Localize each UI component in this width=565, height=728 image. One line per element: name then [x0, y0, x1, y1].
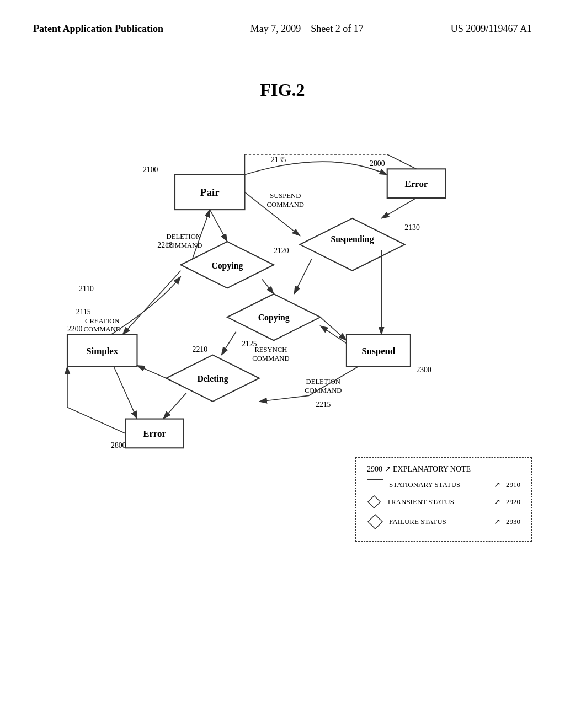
suspend-cmd-label: SUSPEND — [270, 192, 301, 200]
legend-item-failure: FAILURE STATUS ↗ 2930 — [367, 513, 520, 530]
arrow-error-bot-simplex — [67, 367, 125, 433]
deleting-label: Deleting — [197, 374, 228, 384]
legend-title: 2900 ↗ EXPLANATORY NOTE — [367, 464, 520, 474]
legend-curve: ↗ — [385, 465, 393, 473]
page-header: Patent Application Publication May 7, 20… — [0, 0, 565, 47]
arrow-copying-mid-deleting — [221, 332, 236, 355]
legend-round-shape — [367, 513, 383, 530]
pub-date: May 7, 2009 — [250, 23, 301, 34]
error-top-label: Error — [405, 179, 428, 189]
svg-rect-4 — [369, 520, 381, 523]
resynch-cmd-label2: COMMAND — [252, 355, 289, 362]
arrow-deleting-simplex — [137, 366, 166, 378]
suspend-cmd-label2: COMMAND — [267, 201, 304, 208]
legend-item-transient: TRANSIENT STATUS ↗ 2920 — [367, 495, 520, 509]
label-2200: 2200 — [67, 325, 83, 334]
legend-rect-shape — [367, 479, 383, 490]
legend-number: 2900 — [367, 465, 382, 473]
legend-transient-curve: ↗ — [494, 497, 500, 506]
sheet-info: Sheet 2 of 17 — [311, 23, 363, 34]
figure-title: FIG.2 — [0, 80, 565, 100]
legend-diamond-shape — [367, 495, 381, 509]
suspending-label: Suspending — [331, 234, 374, 244]
publication-label: Patent Application Publication — [33, 22, 163, 36]
label-2100: 2100 — [143, 165, 158, 174]
label-2210: 2210 — [193, 346, 208, 354]
label-2800-bot: 2800 — [111, 441, 126, 449]
label-2135: 2135 — [271, 156, 286, 164]
svg-marker-2 — [368, 496, 381, 508]
arrow-copying-simplex — [122, 271, 180, 335]
legend-transient-label: TRANSIENT STATUS — [387, 497, 489, 506]
resynch-cmd-label: RESYNCH — [254, 346, 287, 354]
arrow-simplex-error — [114, 367, 137, 419]
arrow-pair-to-error — [244, 162, 387, 175]
arrow-error-suspending — [381, 198, 416, 218]
legend-box: 2900 ↗ EXPLANATORY NOTE STATIONARY STATU… — [355, 457, 532, 542]
arrow-pair-to-copying — [210, 210, 227, 242]
arrow-copying-to-copying-mid — [262, 280, 274, 294]
label-2115: 2115 — [76, 308, 91, 316]
arrow-deleting-error — [163, 393, 186, 419]
label-2300: 2300 — [416, 366, 431, 374]
legend-item-stationary: STATIONARY STATUS ↗ 2910 — [367, 479, 520, 490]
deletion-cmd-top-label: DELETION — [167, 233, 201, 240]
legend-stationary-number: ↗ — [494, 480, 500, 489]
legend-heading: EXPLANATORY NOTE — [393, 465, 471, 473]
legend-stationary-num: 2910 — [506, 480, 520, 489]
label-2215: 2215 — [316, 401, 331, 409]
deletion-cmd-mid-label: DELETION — [306, 378, 340, 386]
simplex-label: Simplex — [86, 346, 119, 356]
label-2800-top: 2800 — [370, 159, 385, 168]
patent-number: US 2009/119467 A1 — [451, 22, 532, 36]
label-2130-num: 2130 — [404, 223, 420, 232]
arrow-simplex-copying — [111, 277, 180, 335]
error-bot-label: Error — [143, 429, 166, 439]
top-line-right — [387, 154, 417, 169]
legend-failure-curve: ↗ — [494, 517, 500, 526]
suspending-node — [300, 218, 405, 271]
legend-failure-label: FAILURE STATUS — [389, 517, 489, 526]
suspend-label: Suspend — [361, 346, 396, 356]
label-2110: 2110 — [79, 285, 94, 293]
arrow-suspending-to-copying-mid — [294, 259, 312, 294]
legend-failure-num: 2930 — [506, 517, 520, 526]
copying-top-label: Copying — [211, 261, 243, 271]
legend-stationary-label: STATIONARY STATUS — [389, 480, 489, 489]
copying-mid-label: Copying — [258, 313, 290, 323]
date-sheet: May 7, 2009 Sheet 2 of 17 — [250, 22, 364, 36]
diagram-area: Pair 2100 Error 2800 Suspending 2130 Cop… — [0, 122, 565, 553]
label-2120: 2120 — [274, 247, 289, 255]
creation-cmd-label: CREATION — [85, 317, 119, 325]
legend-transient-num: 2920 — [506, 497, 520, 506]
pair-label: Pair — [200, 186, 220, 198]
deletion-cmd-mid-label2: COMMAND — [305, 387, 342, 394]
